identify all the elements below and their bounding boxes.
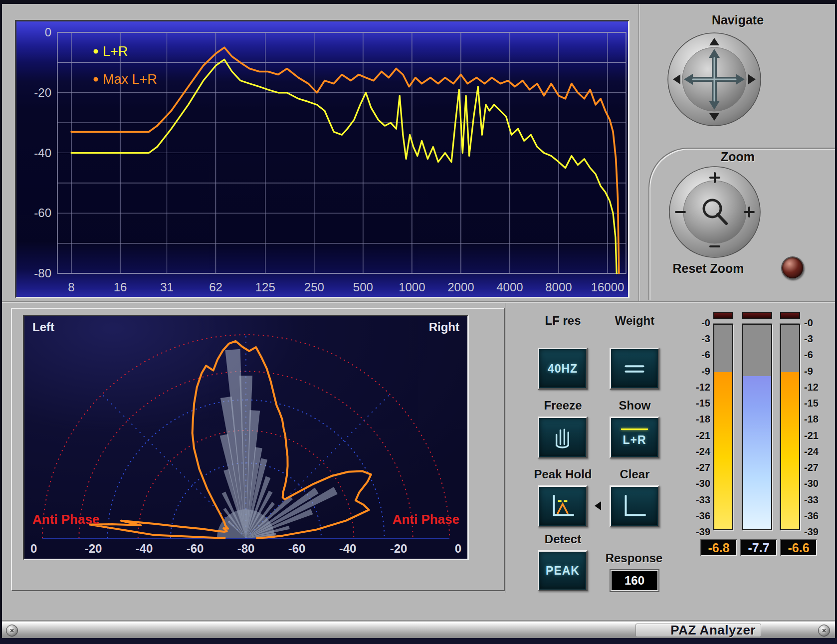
freeze-hand-icon	[549, 424, 576, 451]
response-input[interactable]: 160	[611, 570, 658, 591]
controls-panel: LF res Weight 40HZ Freeze Show L+R Pe	[507, 303, 835, 593]
spectrum-chart: 0-20-40-60-80816316212525050010002000400…	[16, 21, 628, 297]
polar-left-label: Left	[32, 320, 54, 334]
svg-text:16: 16	[114, 280, 127, 294]
svg-text:2000: 2000	[447, 280, 474, 294]
svg-text:62: 62	[209, 280, 222, 294]
svg-text:8: 8	[68, 280, 74, 294]
show-value: L+R	[623, 433, 646, 447]
show-label: Show	[599, 399, 671, 413]
meter-readout: -6.6	[780, 539, 817, 556]
spectrum-display: 0-20-40-60-80816316212525050010002000400…	[15, 20, 629, 298]
detect-value: PEAK	[546, 564, 580, 578]
svg-text:31: 31	[160, 280, 174, 294]
svg-text:-40: -40	[34, 146, 51, 160]
meter-scale-left: -0-3-6-9-12-15-18-21-24-27-30-33-36-39	[682, 317, 710, 539]
title-plate: PAZ Analyzer	[635, 624, 761, 637]
svg-text:-20: -20	[85, 542, 102, 555]
show-button[interactable]: L+R	[610, 417, 659, 458]
peak-lamp-mid	[742, 312, 772, 319]
navigate-label: Navigate	[640, 13, 835, 27]
divider-vertical-top	[638, 4, 640, 301]
anti-phase-left-label: Anti Phase	[32, 512, 99, 527]
svg-text:4000: 4000	[496, 280, 523, 294]
zoom-pad[interactable]	[668, 166, 761, 258]
peak-lamp-right	[780, 312, 800, 319]
readout-value: -6.8	[708, 541, 729, 555]
lf-res-value: 40HZ	[548, 362, 578, 376]
svg-text:500: 500	[353, 280, 373, 294]
reset-zoom-label: Reset Zoom	[653, 261, 763, 276]
freeze-button[interactable]	[538, 417, 588, 458]
clear-button[interactable]	[610, 485, 659, 527]
weight-label: Weight	[599, 314, 671, 328]
weight-button[interactable]	[610, 348, 659, 390]
svg-text:-20: -20	[390, 542, 408, 555]
svg-text:-60: -60	[187, 542, 204, 555]
corner-button-left[interactable]	[6, 625, 18, 637]
divider-vertical-bottom	[505, 303, 506, 593]
svg-text:-40: -40	[136, 542, 153, 555]
detect-button[interactable]: PEAK	[538, 550, 588, 591]
meter-scale-right: -0-3-6-9-12-15-18-21-24-27-30-33-36-39	[804, 317, 832, 539]
window-edge-right	[835, 0, 837, 644]
freeze-label: Freeze	[527, 399, 599, 413]
svg-text:16000: 16000	[591, 280, 625, 294]
svg-text:0: 0	[455, 542, 461, 555]
clear-label: Clear	[599, 467, 671, 481]
svg-text:0: 0	[45, 25, 51, 39]
polar-display: 0-20-40-60-80-60-40-200 Left Right Anti …	[23, 315, 469, 560]
clear-icon	[621, 492, 648, 520]
meter-readout: -7.7	[740, 539, 777, 556]
meter-bar	[742, 324, 772, 530]
svg-text:125: 125	[255, 280, 275, 294]
svg-text:8000: 8000	[545, 280, 572, 294]
svg-text:0: 0	[30, 542, 37, 555]
lf-res-button[interactable]: 40HZ	[538, 348, 588, 390]
response-value: 160	[625, 574, 644, 588]
title-bar: PAZ Analyzer	[0, 622, 837, 638]
window-edge-bottom	[0, 638, 837, 644]
lf-res-label: LF res	[527, 314, 599, 328]
peak-hold-button[interactable]	[538, 485, 588, 527]
readout-value: -7.7	[748, 541, 769, 555]
svg-text:250: 250	[304, 280, 324, 294]
peak-hold-icon	[549, 492, 577, 520]
show-trace-line-icon	[621, 429, 648, 430]
app-title: PAZ Analyzer	[670, 623, 756, 638]
navigate-arrows-icon	[667, 32, 762, 127]
meter-bar	[780, 324, 800, 530]
reset-zoom-button[interactable]	[781, 256, 804, 279]
svg-text:-40: -40	[339, 542, 357, 555]
polar-right-label: Right	[429, 320, 459, 334]
detect-label: Detect	[527, 532, 599, 546]
divider-horizontal-bottom	[0, 620, 837, 622]
svg-text:-80: -80	[237, 542, 255, 555]
svg-text:Max L+R: Max L+R	[103, 72, 157, 87]
close-cross-icon	[9, 628, 14, 633]
anti-phase-right-label: Anti Phase	[393, 512, 459, 527]
peak-hold-label: Peak Hold	[519, 467, 607, 481]
navigate-pad[interactable]	[667, 32, 762, 127]
close-cross-icon	[822, 628, 827, 633]
corner-button-right[interactable]	[818, 625, 830, 637]
window-edge-left	[0, 0, 2, 644]
meter-readout: -6.8	[700, 539, 737, 556]
svg-text:1000: 1000	[399, 280, 425, 294]
window-edge-top	[0, 0, 837, 4]
weight-icon	[621, 355, 648, 383]
paz-analyzer-window: 0-20-40-60-80816316212525050010002000400…	[0, 0, 837, 644]
readout-value: -6.6	[788, 541, 809, 555]
link-arrow-icon	[595, 501, 601, 510]
svg-text:-60: -60	[34, 206, 51, 219]
svg-text:-60: -60	[288, 542, 306, 555]
response-label: Response	[587, 551, 681, 565]
zoom-magnifier-icon	[668, 166, 761, 258]
svg-text:-80: -80	[34, 266, 51, 280]
svg-text:L+R: L+R	[103, 44, 128, 59]
zoom-label: Zoom	[640, 150, 835, 164]
meter-bar	[713, 324, 733, 530]
svg-text:-20: -20	[34, 86, 51, 99]
peak-lamp-left	[713, 312, 733, 319]
